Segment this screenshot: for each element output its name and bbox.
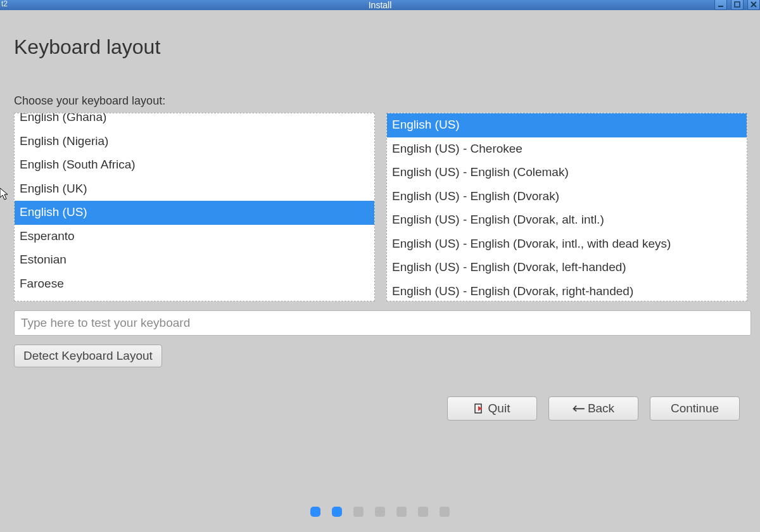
keyboard-test-input[interactable]	[14, 310, 751, 336]
progress-indicator	[310, 507, 450, 517]
language-listbox[interactable]: English (Ghana)English (Nigeria)English …	[14, 113, 375, 301]
quit-icon	[474, 403, 486, 414]
window-controls	[714, 0, 760, 10]
progress-dot	[310, 507, 320, 517]
continue-button[interactable]: Continue	[650, 396, 740, 421]
content-area: Keyboard layout Choose your keyboard lay…	[0, 10, 760, 421]
language-item[interactable]: English (South Africa)	[15, 153, 374, 177]
quit-label: Quit	[488, 402, 510, 415]
progress-dot	[396, 507, 407, 517]
progress-dot	[375, 507, 385, 517]
variant-item[interactable]: English (US) - English (Dvorak, right-ha…	[387, 280, 747, 302]
variant-item[interactable]: English (US)	[387, 113, 747, 137]
window-titlebar: t2 Install	[0, 0, 760, 10]
progress-dot	[353, 507, 364, 517]
minimize-button[interactable]	[714, 0, 727, 10]
language-item[interactable]: English (Ghana)	[15, 113, 374, 130]
progress-dot	[418, 507, 428, 517]
window-title: Install	[369, 0, 392, 10]
detect-keyboard-button[interactable]: Detect Keyboard Layout	[14, 345, 162, 367]
titlebar-left: t2	[1, 0, 8, 8]
language-item[interactable]: Faroese	[15, 272, 374, 296]
progress-dot	[440, 507, 450, 517]
language-item[interactable]: English (UK)	[15, 177, 374, 201]
back-label: Back	[588, 402, 614, 415]
language-item[interactable]: English (US)	[15, 201, 374, 225]
language-item[interactable]: Filipino	[15, 296, 374, 301]
variant-listbox[interactable]: English (US)English (US) - CherokeeEngli…	[386, 113, 747, 301]
quit-button[interactable]: Quit	[447, 396, 537, 421]
variant-item[interactable]: English (US) - Cherokee	[387, 137, 747, 162]
progress-dot	[332, 507, 342, 517]
continue-label: Continue	[671, 402, 719, 415]
layout-panes: English (Ghana)English (Nigeria)English …	[14, 113, 747, 301]
maximize-button[interactable]	[731, 0, 744, 10]
variant-item[interactable]: English (US) - English (Dvorak, left-han…	[387, 256, 747, 280]
language-item[interactable]: Esperanto	[15, 225, 374, 249]
variant-item[interactable]: English (US) - English (Dvorak, alt. int…	[387, 208, 747, 232]
page-title: Keyboard layout	[14, 35, 747, 59]
close-button[interactable]	[747, 0, 760, 10]
back-button[interactable]: 🡐 Back	[548, 396, 638, 421]
variant-item[interactable]: English (US) - English (Dvorak, intl., w…	[387, 232, 747, 256]
navigation-buttons: Quit 🡐 Back Continue	[14, 396, 740, 421]
svg-rect-1	[735, 2, 740, 7]
back-arrow-icon: 🡐	[573, 402, 585, 416]
variant-item[interactable]: English (US) - English (Colemak)	[387, 161, 747, 185]
language-item[interactable]: English (Nigeria)	[15, 130, 374, 154]
subtitle-label: Choose your keyboard layout:	[14, 94, 747, 108]
language-item[interactable]: Estonian	[15, 248, 374, 272]
variant-item[interactable]: English (US) - English (Dvorak)	[387, 185, 747, 209]
